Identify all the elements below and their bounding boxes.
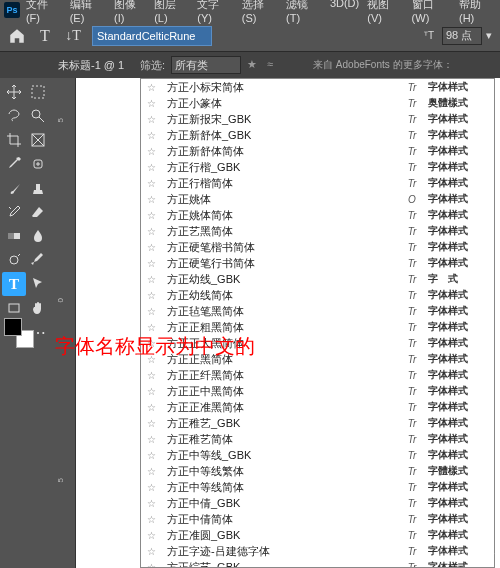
star-icon[interactable]: ☆ xyxy=(147,114,159,125)
font-list-item[interactable]: ☆方正小标宋简体Tr字体样式 xyxy=(141,79,494,95)
tab-title[interactable]: 未标题-1 @ 1 xyxy=(58,58,124,73)
font-list-item[interactable]: ☆方正行楷_GBKTr字体样式 xyxy=(141,159,494,175)
star-icon[interactable]: ☆ xyxy=(147,402,159,413)
star-icon[interactable]: ☆ xyxy=(147,98,159,109)
menu-item[interactable]: 视图(V) xyxy=(363,0,407,26)
font-list-item[interactable]: ☆方正中等线简体Tr字体样式 xyxy=(141,479,494,495)
star-icon[interactable]: ☆ xyxy=(147,434,159,445)
font-list-item[interactable]: ☆方正中等线_GBKTr字体样式 xyxy=(141,447,494,463)
font-list-item[interactable]: ☆方正正准黑简体Tr字体样式 xyxy=(141,399,494,415)
star-icon[interactable]: ☆ xyxy=(147,466,159,477)
font-list-item[interactable]: ☆方正硬笔楷书简体Tr字体样式 xyxy=(141,239,494,255)
font-list-item[interactable]: ☆方正新报宋_GBKTr字体样式 xyxy=(141,111,494,127)
eraser-tool[interactable] xyxy=(26,200,50,224)
font-list-item[interactable]: ☆方正正粗黑简体Tr字体样式 xyxy=(141,319,494,335)
star-icon[interactable]: ☆ xyxy=(147,130,159,141)
font-list-item[interactable]: ☆方正正黑简体Tr字体样式 xyxy=(141,351,494,367)
orientation-icon[interactable]: ↓T xyxy=(64,27,82,45)
font-family-input[interactable] xyxy=(92,26,212,46)
hand-tool[interactable] xyxy=(26,296,50,320)
foreground-swatch[interactable] xyxy=(4,318,22,336)
star-icon[interactable]: ☆ xyxy=(147,146,159,157)
star-icon[interactable]: ☆ xyxy=(147,370,159,381)
font-list-item[interactable]: ☆方正正大黑简体Tr字体样式 xyxy=(141,335,494,351)
star-icon[interactable]: ☆ xyxy=(147,210,159,221)
move-tool[interactable] xyxy=(2,80,26,104)
font-dropdown-list[interactable]: ☆方正小标宋简体Tr字体样式☆方正小篆体Tr奥體樣式☆方正新报宋_GBKTr字体… xyxy=(140,78,495,568)
favorite-filter-icon[interactable]: ★ xyxy=(247,58,261,72)
healing-tool[interactable] xyxy=(26,152,50,176)
filter-select[interactable] xyxy=(171,56,241,74)
font-list-item[interactable]: ☆方正中等线繁体Tr字體樣式 xyxy=(141,463,494,479)
font-list-item[interactable]: ☆方正新舒体_GBKTr字体样式 xyxy=(141,127,494,143)
type-tool[interactable]: T xyxy=(2,272,26,296)
font-list-item[interactable]: ☆方正硬笔行书简体Tr字体样式 xyxy=(141,255,494,271)
menu-item[interactable]: 图像(I) xyxy=(110,0,150,26)
menu-item[interactable]: 3D(D) xyxy=(326,0,363,26)
star-icon[interactable]: ☆ xyxy=(147,450,159,461)
dodge-tool[interactable] xyxy=(2,248,26,272)
menu-item[interactable]: 文字(Y) xyxy=(193,0,237,26)
star-icon[interactable]: ☆ xyxy=(147,82,159,93)
font-list-item[interactable]: ☆方正准圆_GBKTr字体样式 xyxy=(141,527,494,543)
lasso-tool[interactable] xyxy=(2,104,26,128)
home-icon[interactable] xyxy=(8,27,26,45)
frame-tool[interactable] xyxy=(26,128,50,152)
similar-filter-icon[interactable]: ≈ xyxy=(267,58,281,72)
font-list-item[interactable]: ☆方正姚体O字体样式 xyxy=(141,191,494,207)
font-list-item[interactable]: ☆方正综艺_GBKTr字体样式 xyxy=(141,559,494,568)
menu-item[interactable]: 编辑(E) xyxy=(66,0,110,26)
star-icon[interactable]: ☆ xyxy=(147,418,159,429)
blur-tool[interactable] xyxy=(26,224,50,248)
brush-tool[interactable] xyxy=(2,176,26,200)
star-icon[interactable]: ☆ xyxy=(147,338,159,349)
star-icon[interactable]: ☆ xyxy=(147,162,159,173)
star-icon[interactable]: ☆ xyxy=(147,514,159,525)
font-list-item[interactable]: ☆方正幼线简体Tr字体样式 xyxy=(141,287,494,303)
gradient-tool[interactable] xyxy=(2,224,26,248)
font-list-item[interactable]: ☆方正稚艺简体Tr字体样式 xyxy=(141,431,494,447)
font-list-item[interactable]: ☆方正姚体简体Tr字体样式 xyxy=(141,207,494,223)
menu-item[interactable]: 选择(S) xyxy=(238,0,282,26)
menu-item[interactable]: 帮助(H) xyxy=(455,0,500,26)
font-list-item[interactable]: ☆方正毡笔黑简体Tr字体样式 xyxy=(141,303,494,319)
menu-item[interactable]: 滤镜(T) xyxy=(282,0,326,26)
star-icon[interactable]: ☆ xyxy=(147,226,159,237)
quick-select-tool[interactable] xyxy=(26,104,50,128)
star-icon[interactable]: ☆ xyxy=(147,194,159,205)
font-list-item[interactable]: ☆方正稚艺_GBKTr字体样式 xyxy=(141,415,494,431)
star-icon[interactable]: ☆ xyxy=(147,290,159,301)
star-icon[interactable]: ☆ xyxy=(147,482,159,493)
star-icon[interactable]: ☆ xyxy=(147,354,159,365)
eyedropper-tool[interactable] xyxy=(2,152,26,176)
menu-item[interactable]: 窗口(W) xyxy=(408,0,455,26)
star-icon[interactable]: ☆ xyxy=(147,178,159,189)
pen-tool[interactable] xyxy=(26,248,50,272)
crop-tool[interactable] xyxy=(2,128,26,152)
clone-stamp-tool[interactable] xyxy=(26,176,50,200)
star-icon[interactable]: ☆ xyxy=(147,274,159,285)
marquee-tool[interactable] xyxy=(26,80,50,104)
history-brush-tool[interactable] xyxy=(2,200,26,224)
font-list-item[interactable]: ☆方正字迹-吕建德字体Tr字体样式 xyxy=(141,543,494,559)
font-list-item[interactable]: ☆方正艺黑简体Tr字体样式 xyxy=(141,223,494,239)
font-list-item[interactable]: ☆方正行楷简体Tr字体样式 xyxy=(141,175,494,191)
star-icon[interactable]: ☆ xyxy=(147,562,159,569)
font-list-item[interactable]: ☆方正中倩_GBKTr字体样式 xyxy=(141,495,494,511)
font-list-item[interactable]: ☆方正中倩简体Tr字体样式 xyxy=(141,511,494,527)
font-size-input[interactable] xyxy=(442,27,482,45)
font-list-item[interactable]: ☆方正正中黑简体Tr字体样式 xyxy=(141,383,494,399)
menu-item[interactable]: 图层(L) xyxy=(150,0,193,26)
adobe-fonts-link[interactable]: 来自 AdobeFonts 的更多字体： xyxy=(313,58,452,72)
star-icon[interactable]: ☆ xyxy=(147,258,159,269)
star-icon[interactable]: ☆ xyxy=(147,386,159,397)
rectangle-tool[interactable] xyxy=(2,296,26,320)
star-icon[interactable]: ☆ xyxy=(147,322,159,333)
star-icon[interactable]: ☆ xyxy=(147,498,159,509)
color-swatches[interactable] xyxy=(4,318,48,358)
star-icon[interactable]: ☆ xyxy=(147,306,159,317)
star-icon[interactable]: ☆ xyxy=(147,242,159,253)
font-list-item[interactable]: ☆方正幼线_GBKTr字 式 xyxy=(141,271,494,287)
font-list-item[interactable]: ☆方正正纤黑简体Tr字体样式 xyxy=(141,367,494,383)
star-icon[interactable]: ☆ xyxy=(147,546,159,557)
